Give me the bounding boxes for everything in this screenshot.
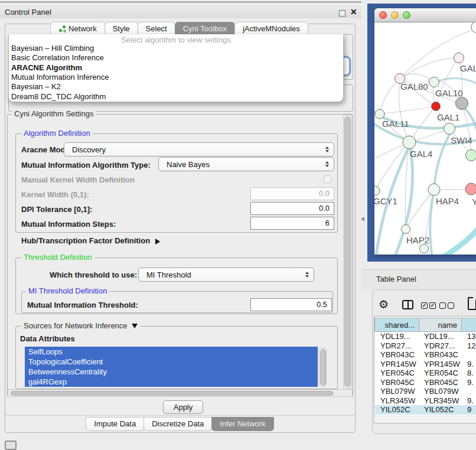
column-header[interactable]	[461, 318, 476, 332]
network-edge[interactable]	[380, 106, 436, 114]
table-cell: YIL052C	[375, 405, 420, 415]
new-table-icon[interactable]	[468, 297, 476, 310]
kernel-width-field[interactable]: 0.0	[250, 187, 334, 200]
control-panel-titlebar: Control Panel ✕	[0, 2, 361, 18]
network-node[interactable]	[471, 22, 476, 33]
close-icon[interactable]: ✕	[350, 7, 357, 17]
select-all-icon[interactable]: ✓	[429, 302, 436, 309]
network-node[interactable]	[375, 109, 384, 119]
table-row[interactable]: YER054CYER054C8.	[375, 369, 476, 378]
network-node[interactable]	[444, 123, 455, 135]
data-attribute-item[interactable]: gal4RGexp	[25, 377, 318, 387]
network-canvas[interactable]: GALGAL80GAL10GAL1GAL11SWI4GAL4GCY1HAP4YH…	[374, 22, 476, 255]
mi-type-select[interactable]: Naive Bayes	[158, 157, 334, 171]
network-edge[interactable]	[444, 224, 476, 255]
settings-vertical-scrollbar-thumb[interactable]	[344, 116, 351, 387]
data-attribute-item[interactable]: BetweennessCentrality	[25, 367, 318, 377]
dpi-tolerance-field[interactable]: 0.0	[250, 202, 334, 215]
table-row[interactable]: YIL052CYIL052C9	[375, 405, 476, 415]
data-attribute-item[interactable]: TopologicalCoefficient	[25, 357, 318, 367]
tab-discretize-data[interactable]: Discretize Data	[144, 417, 212, 431]
tab-label: Select	[146, 22, 167, 35]
network-node[interactable]	[420, 244, 429, 253]
table-row[interactable]: YBL079WYBL079W	[375, 387, 476, 396]
tab-label: Discretize Data	[152, 418, 204, 431]
algorithm-option[interactable]: Dream8 DC_TDC Algorithm	[11, 92, 336, 102]
tab-label: Cyni Toolbox	[183, 22, 227, 35]
table-panel-title: Table Panel	[376, 275, 416, 283]
aracne-mode-select[interactable]: Discovery	[64, 142, 334, 156]
minimize-button[interactable]	[391, 11, 399, 19]
table-row[interactable]: YPR145WYPR145W9.	[375, 360, 476, 369]
network-node[interactable]	[465, 183, 476, 195]
network-edge[interactable]	[430, 190, 434, 255]
column-header[interactable]: shared...	[374, 318, 419, 332]
table-cell: 9.	[463, 360, 476, 369]
table-cell: YLR345W	[420, 396, 463, 406]
zoom-button[interactable]	[403, 11, 410, 19]
chevron-updown-icon	[325, 146, 329, 152]
network-node[interactable]	[428, 184, 440, 195]
network-edge[interactable]	[463, 106, 476, 136]
table-cell: YPR145W	[420, 360, 463, 369]
table-body: YDL19...YDL19...13YDR27...YDR27...12YBR0…	[375, 332, 476, 415]
tab-impute-data[interactable]: Impute Data	[86, 417, 144, 431]
algorithm-option[interactable]: Mutual Information Inference	[11, 73, 336, 82]
deselect-all-icon[interactable]	[439, 302, 446, 309]
network-node[interactable]	[456, 97, 468, 110]
network-window-titlebar[interactable]	[374, 8, 476, 22]
network-edge[interactable]	[400, 58, 459, 79]
splitter-collapse-icon[interactable]	[361, 217, 364, 221]
collapsed-arrow-icon	[155, 239, 160, 244]
float-panel-icon[interactable]	[339, 10, 345, 17]
which-threshold-select[interactable]: MI Threshold	[138, 268, 314, 282]
data-attributes-list: SelfLoopsTopologicalCoefficientBetweenne…	[25, 347, 318, 387]
network-node-label: Y	[472, 197, 476, 207]
table-row[interactable]: YBR043CYBR043C	[375, 350, 476, 360]
column-header[interactable]: name	[419, 318, 462, 332]
algorithm-option[interactable]: Basic Correlation Inference	[11, 53, 336, 63]
algorithm-dropdown-popup: Select algorithm to view settings Bayesi…	[8, 34, 344, 102]
network-edge[interactable]	[380, 79, 400, 114]
network-node-label: GAL10	[435, 88, 463, 98]
sources-group-toggle[interactable]: Sources for Network Inference	[21, 322, 140, 330]
network-node[interactable]	[374, 186, 380, 195]
tab-infer-network[interactable]: Infer Network	[211, 417, 273, 431]
network-node[interactable]	[403, 136, 416, 149]
table-cell	[463, 350, 476, 360]
select-all-icon[interactable]: ✓	[421, 302, 428, 309]
column-selector-icon[interactable]	[402, 300, 413, 309]
table-row[interactable]: YLR345WYLR345W9.	[375, 396, 476, 406]
apply-button[interactable]: Apply	[163, 400, 203, 414]
table-row[interactable]: YDR27...YDR27...12	[375, 341, 476, 351]
hub-definition-toggle[interactable]: Hub/Transcription Factor Definition	[21, 236, 160, 245]
mi-threshold-field[interactable]: 0.5	[250, 298, 332, 311]
table-row[interactable]: YDL19...YDL19...13	[375, 332, 476, 341]
dock-panel-icon[interactable]	[5, 441, 17, 450]
table-cell: 13	[463, 332, 476, 341]
network-node[interactable]	[432, 102, 441, 111]
algorithm-option[interactable]: ARACNE Algorithm	[11, 63, 336, 73]
manual-kernel-checkbox[interactable]	[324, 175, 331, 183]
network-node[interactable]	[429, 77, 439, 87]
data-attribute-item[interactable]: SelfLoops	[25, 347, 318, 357]
table-cell: 8.	[463, 369, 476, 378]
table-row[interactable]: YBR045CYBR045C9.	[375, 378, 476, 387]
algorithm-option[interactable]: Bayesian – K2	[11, 82, 336, 92]
control-panel-title: Control Panel	[5, 8, 51, 17]
table-cell: 9.	[463, 396, 476, 406]
network-node[interactable]	[402, 225, 410, 234]
algorithm-option[interactable]: Bayesian – Hill Climbing	[11, 44, 336, 53]
settings-horizontal-scrollbar-thumb[interactable]	[11, 391, 333, 396]
mi-steps-field[interactable]: 6	[250, 217, 334, 230]
table-cell	[463, 387, 476, 396]
deselect-all-icon[interactable]	[448, 302, 454, 309]
network-node[interactable]	[454, 53, 464, 63]
network-node[interactable]	[466, 150, 476, 161]
network-edge[interactable]	[434, 133, 450, 190]
settings-gear-icon[interactable]: ⚙	[379, 298, 389, 311]
attribute-list-scrollbar-thumb[interactable]	[320, 349, 326, 386]
cyni-algorithm-settings-title: Cyni Algorithm Settings	[12, 110, 96, 118]
network-edge[interactable]	[436, 79, 476, 85]
close-button[interactable]	[379, 11, 387, 19]
